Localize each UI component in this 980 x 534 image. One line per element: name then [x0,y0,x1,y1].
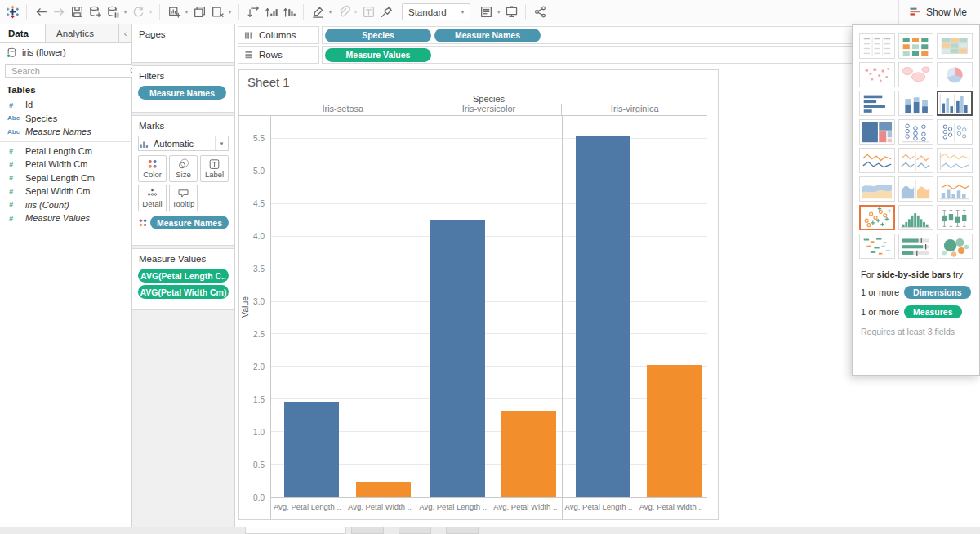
tab-analytics[interactable]: Analytics [46,24,119,42]
show-me-circle-views[interactable] [898,119,934,145]
highlight-button[interactable] [309,2,327,22]
sort-descending-button[interactable] [280,2,298,22]
bar-iris-versicolor-avg-petal-width[interactable] [501,411,556,497]
field-row-iris-count-[interactable]: #iris (Count) [0,198,131,212]
tab-control[interactable] [446,527,479,534]
sort-ascending-button[interactable] [262,2,280,22]
mark-type-caret-icon[interactable]: ▾ [215,136,228,150]
show-me-scatter-plot[interactable] [859,205,895,230]
show-me-dual-combination[interactable] [937,176,973,202]
y-axis[interactable]: Value 0.00.51.01.52.02.53.03.54.04.55.05… [239,116,270,498]
marks-color-button[interactable]: Color [138,155,167,182]
bar-iris-versicolor-avg-petal-length[interactable] [430,220,484,497]
field-row-measure-values[interactable]: #Measure Values [0,211,131,225]
pause-auto-updates-caret-icon[interactable]: ▾ [122,9,129,16]
collapse-pane-icon[interactable]: ‹ [119,24,131,42]
clear-sheet-caret-icon[interactable]: ▾ [226,9,234,16]
highlight-caret-icon[interactable]: ▾ [327,9,334,16]
show-me-bullet-graph[interactable] [898,234,934,259]
pause-auto-updates-button[interactable] [104,2,122,22]
field-row-petal-length-cm[interactable]: #Petal Length Cm [0,145,131,158]
field-row-species[interactable]: AbcSpecies [0,112,131,126]
share-button[interactable] [531,2,549,22]
field-row-sepal-length-cm[interactable]: #Sepal Length Cm [0,171,131,185]
rows-shelf-label: Rows [238,46,319,64]
bar-iris-setosa-avg-petal-width[interactable] [356,482,411,497]
sheet-title[interactable]: Sheet 1 [239,70,718,93]
show-me-side-by-side-bars[interactable] [937,91,973,116]
field-row-petal-width-cm[interactable]: #Petal Width Cm [0,158,131,171]
number-field-icon: # [7,146,25,155]
toolbar-separator [26,4,27,20]
show-hide-cards-button[interactable] [477,2,495,22]
show-me-discrete-lines[interactable] [898,148,934,173]
tab-control[interactable] [351,527,384,534]
show-me-stacked-bars[interactable] [898,91,934,116]
search-input[interactable] [10,65,129,77]
show-me-box-and-whisker[interactable] [937,205,973,230]
show-me-packed-bubbles[interactable] [937,234,973,259]
datasource-row[interactable]: iris (flower) [0,43,131,61]
show-me-treemap[interactable] [859,119,895,145]
marks-pill-measure-names[interactable]: Measure Names [150,216,229,229]
new-worksheet-button[interactable] [165,2,183,22]
new-data-source-button[interactable] [86,2,104,22]
columns-pill-species[interactable]: Species [325,29,431,42]
columns-pill-measure-names[interactable]: Measure Names [434,29,541,42]
bar-iris-setosa-avg-petal-length[interactable] [284,402,339,497]
show-me-highlight-table[interactable] [898,33,934,59]
rows-pill-measure-values[interactable]: Measure Values [325,48,431,62]
run-auto-updates-button [129,2,147,22]
show-me-symbol-map[interactable] [859,62,895,87]
undo-button[interactable] [32,2,50,22]
tab-data[interactable]: Data [0,24,46,42]
fit-dropdown[interactable]: Standard▾ [402,3,470,20]
show-me-discrete-area[interactable] [898,176,934,202]
tableau-logo-button[interactable] [3,2,21,22]
marks-tooltip-button[interactable]: Tooltip [169,185,198,211]
show-me-dual-lines[interactable] [937,148,973,173]
marks-card[interactable]: Marks Automatic ▾ ColorSizeLabelDetailTo… [132,115,234,246]
search-box[interactable] [5,64,142,78]
show-me-horizontal-bars[interactable] [859,91,895,116]
marks-detail-button[interactable]: Detail [138,185,167,211]
field-row-sepal-width-cm[interactable]: #Sepal Width Cm [0,185,131,198]
show-me-continuous-lines[interactable] [859,148,895,173]
tab-control[interactable] [399,527,431,534]
show-me-side-by-side-circles[interactable] [937,119,973,145]
fix-axes-button[interactable] [377,2,395,22]
field-row-id[interactable]: #Id [0,98,131,112]
field-row-measure-names[interactable]: AbcMeasure Names [0,125,131,139]
measure-values-card[interactable]: Measure Values AVG(Petal Length C..AVG(P… [132,248,234,310]
bar-iris-virginica-avg-petal-length[interactable] [576,136,630,497]
show-me-continuous-area[interactable] [859,176,895,202]
group-members-caret-icon[interactable]: ▾ [352,9,359,16]
show-me-button[interactable]: Show Me [898,0,977,24]
marks-size-button[interactable]: Size [169,155,198,182]
show-hide-cards-caret-icon[interactable]: ▾ [495,9,502,16]
pages-card[interactable]: Pages [132,24,234,63]
field-label: Petal Length Cm [25,146,92,156]
bar-iris-virginica-avg-petal-width[interactable] [647,365,702,497]
measure-values-pill[interactable]: AVG(Petal Length C.. [138,269,229,283]
filter-pill-measure-names[interactable]: Measure Names [138,86,226,100]
show-me-histogram[interactable] [898,205,934,230]
sheet-tab[interactable] [245,527,346,534]
marks-label-button[interactable]: Label [200,155,229,182]
mark-type-select[interactable]: Automatic ▾ [138,136,229,151]
filters-card[interactable]: Filters Measure Names [132,65,234,113]
duplicate-button[interactable] [190,2,208,22]
save-button[interactable] [68,2,86,22]
plot-region [271,116,416,498]
new-worksheet-caret-icon[interactable]: ▾ [183,9,190,16]
run-auto-updates-caret-icon[interactable]: ▾ [147,9,154,16]
show-me-filled-map[interactable] [898,62,934,87]
measure-values-pill[interactable]: AVG(Petal Width Cm) [138,285,229,299]
clear-sheet-button[interactable] [208,2,226,22]
show-me-gantt[interactable] [859,234,895,259]
swap-rows-columns-button[interactable] [244,2,262,22]
show-me-heat-map[interactable] [937,33,973,59]
show-me-pie-chart[interactable] [937,62,973,87]
presentation-mode-button[interactable] [502,2,520,22]
show-me-text-table[interactable] [859,33,895,59]
